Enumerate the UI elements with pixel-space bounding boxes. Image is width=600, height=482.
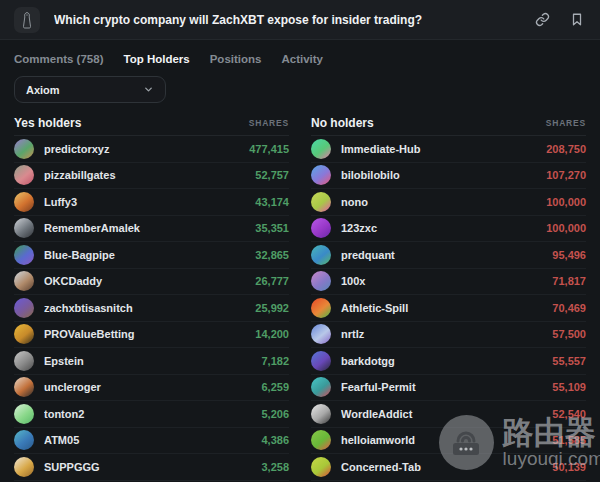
holder-avatar [14, 271, 34, 291]
tab-positions[interactable]: Positions [210, 53, 262, 65]
holder-shares: 100,000 [546, 196, 586, 208]
holder-row[interactable]: Concerned-Tab 50,139 [311, 454, 586, 481]
holder-name: Blue-Bagpipe [44, 249, 245, 261]
holder-name: OKCDaddy [44, 275, 245, 287]
no-holders-list: Immediate-Hub 208,750 bilobilobilo 107,2… [311, 136, 586, 481]
holder-name: Immediate-Hub [341, 143, 536, 155]
holder-avatar [14, 192, 34, 212]
holder-shares: 43,174 [255, 196, 289, 208]
holder-row[interactable]: WordleAddict 52,540 [311, 401, 586, 428]
holder-avatar [311, 404, 331, 424]
holder-name: WordleAddict [341, 408, 542, 420]
holder-row[interactable]: ATM05 4,386 [14, 428, 289, 455]
holder-row[interactable]: bilobilobilo 107,270 [311, 163, 586, 190]
holder-row[interactable]: barkdotgg 55,557 [311, 348, 586, 375]
holder-row[interactable]: nrtlz 57,500 [311, 322, 586, 349]
holder-shares: 208,750 [546, 143, 586, 155]
holder-name: barkdotgg [341, 355, 542, 367]
holder-name: Fearful-Permit [341, 381, 542, 393]
holder-shares: 25,992 [255, 302, 289, 314]
holder-name: tonton2 [44, 408, 251, 420]
exchange-filter-dropdown[interactable]: Axiom [14, 76, 166, 103]
holder-name: ATM05 [44, 434, 251, 446]
holder-name: PROValueBetting [44, 328, 245, 340]
holder-avatar [14, 218, 34, 238]
tab-activity[interactable]: Activity [281, 53, 323, 65]
holder-name: uncleroger [44, 381, 251, 393]
holder-avatar [311, 271, 331, 291]
holder-avatar [311, 218, 331, 238]
holder-shares: 55,557 [552, 355, 586, 367]
holder-avatar [311, 298, 331, 318]
holder-avatar [14, 351, 34, 371]
holder-avatar [14, 139, 34, 159]
holder-avatar [14, 457, 34, 477]
holder-avatar [311, 165, 331, 185]
holder-avatar [14, 245, 34, 265]
holder-shares: 26,777 [255, 275, 289, 287]
market-header: Which crypto company will ZachXBT expose… [0, 0, 600, 40]
holder-row[interactable]: helloiamworld 51,585 [311, 428, 586, 455]
holder-shares: 57,500 [552, 328, 586, 340]
no-shares-label: SHARES [546, 118, 586, 128]
holder-shares: 14,200 [255, 328, 289, 340]
chevron-down-icon [143, 84, 154, 95]
holder-name: Epstein [44, 355, 251, 367]
holder-shares: 3,258 [261, 461, 289, 473]
dropdown-selected-value: Axiom [26, 84, 60, 96]
bookmark-icon[interactable] [568, 10, 586, 29]
holder-row[interactable]: predquant 95,496 [311, 242, 586, 269]
holder-name: nrtlz [341, 328, 542, 340]
holder-name: nono [341, 196, 536, 208]
holder-row[interactable]: zachxbtisasnitch 25,992 [14, 295, 289, 322]
holder-shares: 50,139 [552, 461, 586, 473]
holder-shares: 55,109 [552, 381, 586, 393]
holder-row[interactable]: Luffy3 43,174 [14, 189, 289, 216]
no-column-title: No holders [311, 116, 374, 130]
holder-name: pizzabillgates [44, 169, 245, 181]
holder-row[interactable]: predictorxyz 477,415 [14, 136, 289, 163]
holder-row[interactable]: Athletic-Spill 70,469 [311, 295, 586, 322]
holder-row[interactable]: nono 100,000 [311, 189, 586, 216]
holder-avatar [311, 457, 331, 477]
holder-shares: 52,540 [552, 408, 586, 420]
holder-shares: 51,585 [552, 434, 586, 446]
holder-name: SUPPGGG [44, 461, 251, 473]
holder-row[interactable]: Blue-Bagpipe 32,865 [14, 242, 289, 269]
yes-column-title: Yes holders [14, 116, 81, 130]
holder-name: Concerned-Tab [341, 461, 542, 473]
holder-row[interactable]: Epstein 7,182 [14, 348, 289, 375]
holder-shares: 477,415 [249, 143, 289, 155]
holder-shares: 107,270 [546, 169, 586, 181]
market-title: Which crypto company will ZachXBT expose… [54, 13, 521, 27]
holder-shares: 95,496 [552, 249, 586, 261]
holder-row[interactable]: tonton2 5,206 [14, 401, 289, 428]
holder-shares: 71,817 [552, 275, 586, 287]
holder-avatar [311, 430, 331, 450]
tab-top-holders[interactable]: Top Holders [123, 53, 189, 65]
holder-shares: 70,469 [552, 302, 586, 314]
header-actions [533, 10, 586, 29]
holder-row[interactable]: uncleroger 6,259 [14, 375, 289, 402]
yes-holders-list: predictorxyz 477,415 pizzabillgates 52,7… [14, 136, 289, 481]
holder-row[interactable]: 123zxc 100,000 [311, 216, 586, 243]
holder-avatar [14, 298, 34, 318]
tab-bar: Comments (758)Top HoldersPositionsActivi… [0, 40, 600, 65]
tab-comments-758[interactable]: Comments (758) [14, 53, 103, 65]
holder-name: 123zxc [341, 222, 536, 234]
holder-name: helloiamworld [341, 434, 542, 446]
holder-row[interactable]: pizzabillgates 52,757 [14, 163, 289, 190]
holder-row[interactable]: OKCDaddy 26,777 [14, 269, 289, 296]
holder-shares: 52,757 [255, 169, 289, 181]
holder-name: zachxbtisasnitch [44, 302, 245, 314]
holder-avatar [14, 430, 34, 450]
link-icon[interactable] [533, 10, 552, 29]
holder-avatar [14, 165, 34, 185]
holder-row[interactable]: Fearful-Permit 55,109 [311, 375, 586, 402]
holder-shares: 5,206 [261, 408, 289, 420]
holder-row[interactable]: 100x 71,817 [311, 269, 586, 296]
holder-row[interactable]: Immediate-Hub 208,750 [311, 136, 586, 163]
holder-row[interactable]: PROValueBetting 14,200 [14, 322, 289, 349]
holder-row[interactable]: SUPPGGG 3,258 [14, 454, 289, 481]
holder-row[interactable]: RememberAmalek 35,351 [14, 216, 289, 243]
